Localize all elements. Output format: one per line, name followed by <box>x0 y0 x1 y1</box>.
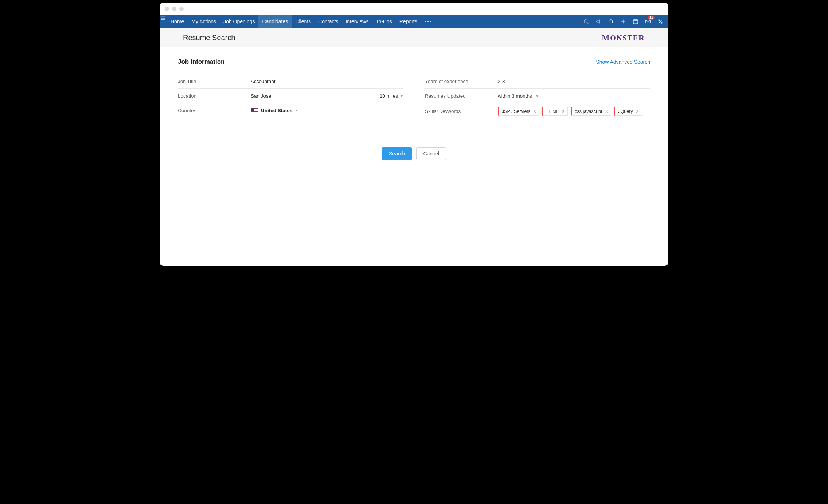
distance-value: 10 miles <box>380 93 398 99</box>
resumes-updated-label: Resumes Updated <box>425 93 498 99</box>
location-row: Location 10 miles <box>178 89 403 103</box>
left-column: Job Title Location 10 miles <box>178 74 403 122</box>
country-select[interactable]: United States <box>251 108 298 113</box>
resumes-updated-select[interactable]: within 3 months <box>498 93 539 99</box>
skill-tag-label: JSP / Servlets <box>502 109 530 114</box>
country-value: United States <box>261 108 292 113</box>
nav-item-my-actions[interactable]: My Actions <box>188 15 220 28</box>
remove-tag-icon[interactable]: X <box>562 109 565 114</box>
skill-tag[interactable]: JSP / ServletsX <box>498 107 539 116</box>
browser-frame: HomeMy ActionsJob OpeningsCandidatesClie… <box>160 3 668 266</box>
nav-item-job-openings[interactable]: Job Openings <box>220 15 258 28</box>
plus-icon[interactable] <box>620 18 627 25</box>
nav-item-reports[interactable]: Reports <box>396 15 421 28</box>
location-label: Location <box>178 93 251 99</box>
skill-tag[interactable]: css javascriptX <box>571 107 611 116</box>
nav-item-home[interactable]: Home <box>167 15 188 28</box>
megaphone-icon[interactable] <box>595 18 602 25</box>
form-columns: Job Title Location 10 miles <box>178 74 650 122</box>
mail-icon[interactable]: 11 <box>644 18 652 25</box>
browser-titlebar <box>160 3 668 15</box>
skills-tags[interactable]: JSP / ServletsXHTMLXcss javascriptXJQuer… <box>498 105 642 118</box>
content-area: Job Information Show Advanced Search Job… <box>160 47 668 266</box>
remove-tag-icon[interactable]: X <box>533 109 536 114</box>
right-column: Years of experience Resumes Updated with… <box>425 74 650 122</box>
resumes-updated-value: within 3 months <box>498 93 532 99</box>
button-row: Search Cancel <box>178 147 650 160</box>
resumes-updated-row: Resumes Updated within 3 months <box>425 89 650 103</box>
nav-item-interviews[interactable]: Interviews <box>342 15 372 28</box>
years-label: Years of experience <box>425 79 498 84</box>
window-close-dot[interactable] <box>165 7 169 11</box>
remove-tag-icon[interactable]: X <box>605 109 608 114</box>
top-nav: HomeMy ActionsJob OpeningsCandidatesClie… <box>160 15 668 28</box>
chevron-down-icon <box>295 110 298 111</box>
svg-rect-7 <box>633 20 638 24</box>
chevron-down-icon <box>536 95 539 97</box>
nav-items: HomeMy ActionsJob OpeningsCandidatesClie… <box>167 15 421 28</box>
top-nav-left: HomeMy ActionsJob OpeningsCandidatesClie… <box>160 15 435 28</box>
window-max-dot[interactable] <box>179 7 184 11</box>
svg-point-3 <box>584 20 587 23</box>
hamburger-icon[interactable] <box>160 15 167 22</box>
subheader: Resume Search MONSTER <box>160 28 668 47</box>
mail-badge: 11 <box>648 16 655 20</box>
nav-more-button[interactable] <box>421 15 435 28</box>
bell-icon[interactable] <box>607 18 614 25</box>
skills-label: Skills/ Keywords <box>425 105 498 114</box>
us-flag-icon <box>251 108 258 113</box>
nav-item-to-dos[interactable]: To-Dos <box>372 15 395 28</box>
skill-tag-label: JQuery <box>618 109 633 114</box>
job-title-label: Job Title <box>178 79 251 84</box>
skill-tag[interactable]: HTMLX <box>542 107 568 116</box>
remove-tag-icon[interactable]: X <box>636 109 639 114</box>
section-header: Job Information Show Advanced Search <box>178 58 650 66</box>
advanced-search-link[interactable]: Show Advanced Search <box>596 59 650 65</box>
years-row: Years of experience <box>425 74 650 89</box>
skill-tag-label: css javascript <box>575 109 602 114</box>
svg-rect-11 <box>645 20 651 23</box>
years-input[interactable] <box>498 76 650 86</box>
tools-icon[interactable] <box>657 18 664 25</box>
nav-item-contacts[interactable]: Contacts <box>315 15 342 28</box>
location-input[interactable] <box>251 91 372 101</box>
distance-select[interactable]: 10 miles <box>375 93 403 99</box>
skills-row: Skills/ Keywords JSP / ServletsXHTMLXcss… <box>425 103 650 122</box>
svg-line-4 <box>587 23 588 24</box>
nav-item-candidates[interactable]: Candidates <box>258 15 292 28</box>
top-nav-right: 11 <box>582 18 664 25</box>
chevron-down-icon <box>400 95 403 97</box>
calendar-icon[interactable] <box>632 18 639 25</box>
job-title-input[interactable] <box>251 76 403 86</box>
brand-logo: MONSTER <box>602 33 645 43</box>
job-title-row: Job Title <box>178 74 403 89</box>
cancel-button[interactable]: Cancel <box>416 147 446 160</box>
search-icon[interactable] <box>582 18 590 25</box>
more-icon <box>425 21 431 22</box>
skill-tag-label: HTML <box>546 109 559 114</box>
skill-tag[interactable]: JQueryX <box>614 107 642 116</box>
page-title: Resume Search <box>183 34 235 42</box>
search-button[interactable]: Search <box>382 147 412 160</box>
country-label: Country <box>178 108 251 113</box>
nav-item-clients[interactable]: Clients <box>292 15 315 28</box>
window-min-dot[interactable] <box>172 7 176 11</box>
section-title: Job Information <box>178 58 224 66</box>
country-row: Country United States <box>178 103 403 118</box>
